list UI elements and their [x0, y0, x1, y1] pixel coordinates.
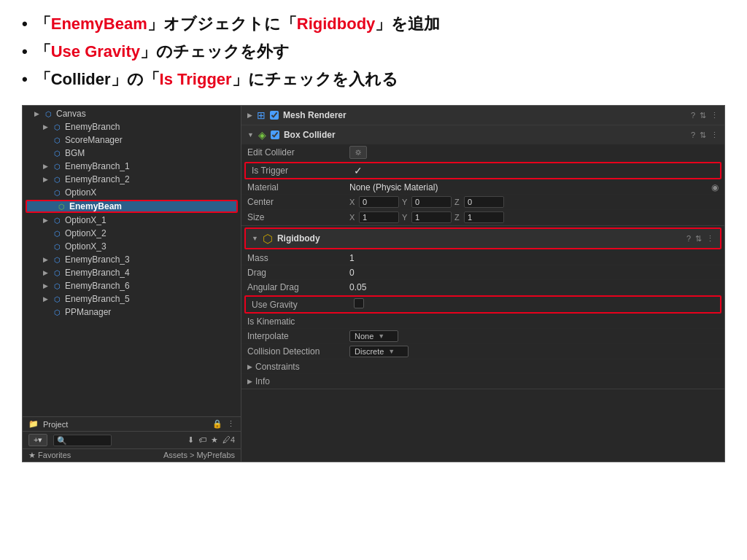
- more-icon-mesh[interactable]: ⋮: [711, 111, 719, 120]
- inspector-panel: ▶ ⊞ Mesh Renderer ? ⇅ ⋮ ▼ ◈ Box Collider…: [241, 106, 724, 462]
- settings-icon-mesh[interactable]: ⇅: [700, 111, 706, 120]
- label-eb6: EnemyBranch_6: [65, 281, 130, 291]
- hierarchy-item-enemybeam[interactable]: ▶ ⬡ EnemyBeam: [26, 200, 238, 213]
- rb-arrow: ▼: [252, 235, 258, 242]
- settings-icon-rb[interactable]: ⇅: [695, 234, 702, 244]
- size-x-input[interactable]: [359, 211, 399, 223]
- interpolate-label: Interpolate: [247, 331, 349, 341]
- bottom-icon-group: 🔒 ⋮: [212, 419, 235, 429]
- constraints-label: Constraints: [252, 362, 355, 372]
- hierarchy-item-enemybranch[interactable]: ▶ ⬡ EnemyBranch: [23, 120, 241, 133]
- collision-detection-row: Collision Detection Discrete ▼: [241, 344, 724, 359]
- info-arrow: ▶: [247, 378, 252, 385]
- center-xyz: X Y Z: [349, 196, 719, 208]
- box-collider-actions: ? ⇅ ⋮: [691, 131, 719, 140]
- is-trigger-label: Is Trigger: [252, 166, 354, 176]
- bullet-2: •: [22, 42, 28, 61]
- mesh-renderer-section: ▶ ⊞ Mesh Renderer ? ⇅ ⋮: [241, 106, 724, 125]
- arrow-eb1: ▶: [43, 163, 52, 170]
- cube-icon-eb3: ⬡: [52, 254, 62, 265]
- size-z-input[interactable]: [464, 211, 504, 223]
- cube-icon-ox3: ⬡: [52, 241, 62, 252]
- edit-collider-row: Edit Collider ⛭: [241, 144, 724, 161]
- mesh-renderer-name: Mesh Renderer: [283, 110, 686, 120]
- arrow-ox1: ▶: [43, 217, 52, 224]
- hierarchy-item-optionx1[interactable]: ▶ ⬡ OptionX_1: [23, 214, 241, 227]
- label-eb5: EnemyBranch_5: [65, 294, 130, 304]
- constraints-arrow: ▶: [247, 363, 252, 370]
- center-z-input[interactable]: [464, 196, 504, 208]
- size-label: Size: [247, 212, 349, 222]
- material-label: Material: [247, 182, 349, 192]
- arrow-enemybranch: ▶: [43, 123, 52, 131]
- hierarchy-item-optionx2[interactable]: ▶ ⬡ OptionX_2: [23, 227, 241, 240]
- hierarchy-item-enemybranch4[interactable]: ▶ ⬡ EnemyBranch_4: [23, 266, 241, 279]
- hierarchy-item-optionx[interactable]: ▶ ⬡ OptionX: [23, 186, 241, 199]
- add-button[interactable]: +▾: [28, 434, 47, 446]
- interpolate-dropdown[interactable]: None ▼: [349, 330, 398, 342]
- hierarchy-item-bgm[interactable]: ▶ ⬡ BGM: [23, 147, 241, 160]
- rigidbody-section: ▼ ⬡ Rigidbody ? ⇅ ⋮ Mass 1 Drag 0: [241, 226, 724, 389]
- label-canvas: Canvas: [56, 109, 86, 119]
- hierarchy-item-canvas[interactable]: ▶ ⬡ Canvas: [23, 107, 241, 120]
- instruction-2: • 「Use Gravity」のチェックを外す: [22, 41, 725, 63]
- hierarchy-item-scoremanager[interactable]: ▶ ⬡ ScoreManager: [23, 133, 241, 147]
- hierarchy-item-optionx3[interactable]: ▶ ⬡ OptionX_3: [23, 240, 241, 253]
- center-x-input[interactable]: [359, 196, 399, 208]
- cube-icon-eb5: ⬡: [52, 294, 62, 304]
- box-collider-checkbox[interactable]: [271, 131, 279, 139]
- hierarchy-item-enemybranch5[interactable]: ▶ ⬡ EnemyBranch_5: [23, 292, 241, 306]
- hierarchy-list: ▶ ⬡ Canvas ▶ ⬡ EnemyBranch ▶ ⬡ ScoreMana…: [23, 106, 241, 416]
- assets-path-bar: ★ Favorites Assets > MyPrefabs: [23, 448, 241, 462]
- drag-value: 0: [349, 268, 719, 278]
- mesh-renderer-arrow: ▶: [247, 112, 252, 119]
- material-circle-btn[interactable]: ◉: [711, 182, 719, 192]
- interpolate-value: None ▼: [349, 330, 719, 342]
- rigidbody-name: Rigidbody: [277, 233, 682, 244]
- arrow-canvas: ▶: [34, 110, 43, 117]
- mesh-renderer-actions: ? ⇅ ⋮: [691, 111, 719, 120]
- hierarchy-item-enemybranch2[interactable]: ▶ ⬡ EnemyBranch_2: [23, 173, 241, 186]
- arrow-eb3: ▶: [43, 256, 52, 263]
- is-trigger-row: Is Trigger ✓: [244, 162, 721, 179]
- hierarchy-item-enemybranch6[interactable]: ▶ ⬡ EnemyBranch_6: [23, 279, 241, 292]
- help-icon-rb[interactable]: ?: [686, 234, 691, 243]
- settings-icon-bc[interactable]: ⇅: [700, 131, 706, 140]
- interpolate-row: Interpolate None ▼: [241, 329, 724, 344]
- mass-row: Mass 1: [241, 251, 724, 265]
- size-y-input[interactable]: [411, 211, 452, 223]
- instruction-1-text: 「EnemyBeam」オブジェクトに「Rigidbody」を追加: [35, 13, 441, 35]
- mesh-renderer-checkbox[interactable]: [270, 111, 279, 120]
- label-bgm: BGM: [65, 148, 85, 158]
- label-eb4: EnemyBranch_4: [65, 268, 130, 278]
- constraints-row[interactable]: ▶ Constraints: [241, 359, 724, 374]
- cube-icon-optionx: ⬡: [52, 187, 62, 198]
- cube-icon-scoremanager: ⬡: [52, 135, 62, 145]
- use-gravity-value: [354, 298, 714, 311]
- edit-collider-button[interactable]: ⛭: [349, 146, 367, 159]
- use-gravity-checkbox[interactable]: [354, 298, 364, 308]
- cube-icon-ox1: ⬡: [52, 215, 62, 225]
- hierarchy-item-enemybranch3[interactable]: ▶ ⬡ EnemyBranch_3: [23, 253, 241, 266]
- info-row: ▶ Info: [241, 374, 724, 389]
- label-ox1: OptionX_1: [65, 215, 107, 225]
- collision-detection-dropdown[interactable]: Discrete ▼: [349, 346, 409, 357]
- hierarchy-item-ppmanager[interactable]: ▶ ⬡ PPManager: [23, 306, 241, 319]
- edit-collider-label: Edit Collider: [247, 147, 349, 158]
- search-input[interactable]: [53, 435, 112, 446]
- help-icon-bc[interactable]: ?: [691, 131, 695, 139]
- hierarchy-item-enemybranch1[interactable]: ▶ ⬡ EnemyBranch_1: [23, 160, 241, 173]
- more-icon-bc[interactable]: ⋮: [711, 131, 719, 140]
- filter-count: 🖊4: [222, 435, 235, 445]
- use-gravity-label: Use Gravity: [252, 300, 354, 310]
- angular-drag-row: Angular Drag 0.05: [241, 280, 724, 295]
- size-x-group: X: [349, 211, 399, 223]
- box-collider-name: Box Collider: [284, 130, 686, 140]
- help-icon-mesh[interactable]: ?: [691, 111, 695, 120]
- center-label: Center: [247, 197, 349, 207]
- more-icon-rb[interactable]: ⋮: [706, 234, 714, 244]
- arrow-eb5: ▶: [43, 295, 52, 303]
- center-y-input[interactable]: [411, 196, 452, 208]
- more-icon: ⋮: [227, 419, 235, 429]
- size-z-label: Z: [454, 213, 462, 222]
